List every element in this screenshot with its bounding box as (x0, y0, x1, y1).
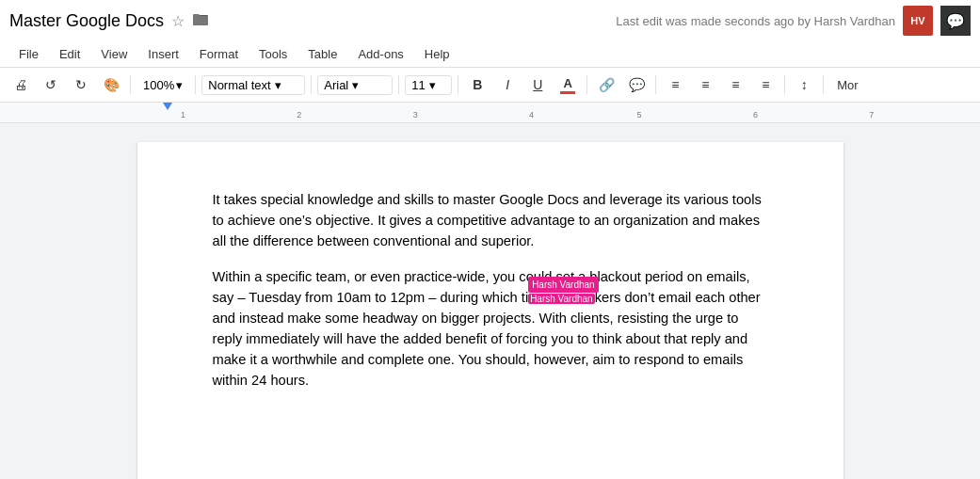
toolbar-separator-8 (784, 75, 785, 94)
justify-button[interactable]: ≡ (752, 72, 779, 98)
align-center-button[interactable]: ≡ (692, 72, 718, 98)
ruler-tick-1: 1 (181, 110, 185, 120)
font-color-button[interactable]: A (554, 72, 581, 98)
redo-button[interactable]: ↻ (68, 72, 94, 98)
title-right-area: Last edit was made seconds ago by Harsh … (616, 6, 971, 36)
font-size-value: 11 (411, 78, 425, 92)
title-bar: Master Google Docs ☆ Last edit was made … (0, 0, 980, 41)
document-page: It takes special knowledge and skills to… (137, 142, 843, 479)
cursor-highlight-text: Harsh Vardhan (530, 294, 593, 304)
menu-table[interactable]: Table (298, 41, 346, 67)
font-value: Arial (324, 78, 348, 92)
toolbar-separator-4 (398, 75, 399, 94)
style-dropdown-icon: ▾ (275, 78, 281, 92)
document-area: It takes special knowledge and skills to… (0, 123, 980, 479)
bold-button[interactable]: B (464, 72, 490, 98)
user-avatar[interactable]: HV (903, 6, 933, 36)
toolbar-separator-6 (586, 75, 587, 94)
font-color-label: A (564, 76, 572, 90)
more-button[interactable]: Mor (829, 76, 865, 94)
paragraph-2[interactable]: Within a specific team, or even practice… (213, 266, 768, 391)
ruler-tick-3: 3 (413, 110, 418, 120)
toolbar-separator-5 (458, 75, 458, 94)
underline-button[interactable]: U (524, 72, 551, 98)
align-right-button[interactable]: ≡ (722, 72, 748, 98)
toolbar-separator-2 (195, 75, 196, 94)
ruler-tick-4: 4 (529, 110, 534, 120)
toolbar-separator-3 (311, 75, 312, 94)
toolbar: 🖨 ↺ ↻ 🎨 100% ▾ Normal text ▾ Arial ▾ 11 … (0, 68, 980, 103)
cursor-label: Harsh Vardhan (528, 277, 599, 293)
last-edit-text: Last edit was made seconds ago by Harsh … (616, 14, 895, 28)
font-selector[interactable]: Arial ▾ (317, 75, 393, 95)
line-spacing-button[interactable]: ↕ (791, 72, 817, 98)
star-icon[interactable]: ☆ (171, 12, 185, 30)
ruler: 1 2 3 4 5 6 7 (0, 103, 980, 123)
cursor-wrapper: Harsh VardhanHarsh Vardhan (528, 290, 595, 305)
menu-file[interactable]: File (9, 41, 48, 67)
toolbar-separator-1 (130, 75, 131, 94)
font-size-dropdown-icon: ▾ (429, 78, 436, 92)
ruler-tick-2: 2 (297, 110, 301, 120)
zoom-value: 100% (143, 78, 174, 92)
zoom-selector[interactable]: 100% ▾ (137, 75, 189, 95)
cursor-highlight: Harsh VardhanHarsh Vardhan (528, 294, 595, 304)
menu-addons[interactable]: Add-ons (348, 41, 412, 67)
ruler-tick-5: 5 (637, 110, 642, 120)
undo-button[interactable]: ↺ (38, 72, 64, 98)
font-size-selector[interactable]: 11 ▾ (405, 75, 452, 95)
chat-icon[interactable]: 💬 (940, 6, 971, 36)
italic-button[interactable]: I (494, 72, 521, 98)
toolbar-separator-7 (655, 75, 656, 94)
menu-view[interactable]: View (91, 41, 137, 67)
menu-insert[interactable]: Insert (138, 41, 188, 67)
link-button[interactable]: 🔗 (593, 72, 619, 98)
ruler-inner: 1 2 3 4 5 6 7 (75, 103, 905, 122)
font-dropdown-icon: ▾ (352, 78, 359, 92)
font-color-indicator (560, 91, 575, 94)
menu-tools[interactable]: Tools (249, 41, 297, 67)
menu-help[interactable]: Help (415, 41, 459, 67)
zoom-dropdown-icon: ▾ (176, 78, 183, 92)
paragraph-1[interactable]: It takes special knowledge and skills to… (213, 189, 768, 251)
ruler-tick-6: 6 (753, 110, 758, 120)
style-value: Normal text (208, 78, 270, 92)
align-left-button[interactable]: ≡ (662, 72, 688, 98)
ruler-marker-left (163, 103, 172, 110)
menu-bar: File Edit View Insert Format Tools Table… (0, 41, 980, 68)
folder-icon[interactable] (192, 11, 209, 30)
print-button[interactable]: 🖨 (8, 72, 34, 98)
comment-button[interactable]: 💬 (623, 72, 650, 98)
ruler-tick-7: 7 (869, 110, 874, 120)
menu-edit[interactable]: Edit (50, 41, 89, 67)
toolbar-separator-9 (823, 75, 824, 94)
menu-format[interactable]: Format (190, 41, 248, 67)
document-title[interactable]: Master Google Docs (9, 11, 164, 31)
style-selector[interactable]: Normal text ▾ (201, 75, 305, 95)
paint-format-button[interactable]: 🎨 (98, 72, 124, 98)
